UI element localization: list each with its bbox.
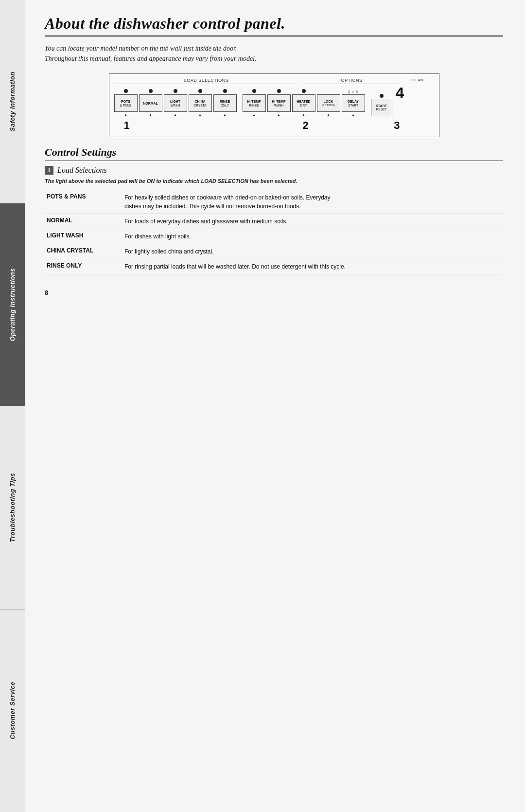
sidebar-label-operating: Operating Instructions bbox=[9, 268, 16, 341]
sidebar-section-customer[interactable]: Customer Service bbox=[0, 610, 25, 812]
options-section-label: Options bbox=[304, 78, 400, 83]
label-pots-pans: POTS & PANS bbox=[45, 190, 122, 214]
btn-box-hi-wash[interactable]: HI TEMP WASH bbox=[267, 94, 291, 112]
btn-box-start-reset[interactable]: START RESET bbox=[371, 99, 392, 116]
sidebar: Safety Information Operating Instruction… bbox=[0, 0, 25, 812]
btn-label-start-reset-sub: RESET bbox=[376, 108, 387, 111]
btn-hi-temp-wash[interactable]: HI TEMP WASH ▲ bbox=[267, 89, 291, 117]
page-number: 8 bbox=[45, 289, 503, 296]
btn-label-only: ONLY bbox=[221, 104, 229, 107]
sidebar-label-troubleshooting: Troubleshooting Tips bbox=[9, 473, 16, 542]
sidebar-section-safety[interactable]: Safety Information bbox=[0, 0, 25, 203]
btn-pots-pans[interactable]: POTS & PANS ▲ bbox=[114, 89, 138, 117]
panel-bottom-numbers: 1 2 3 bbox=[114, 119, 434, 132]
load-selections-section-label: Load Selections bbox=[114, 78, 299, 83]
desc-pots-pans: For heavily soiled dishes or cookware wi… bbox=[122, 190, 503, 214]
btn-label-crystal: CRYSTA bbox=[194, 104, 207, 107]
btn-label-hitemp-rinse: HI TEMP bbox=[247, 100, 261, 104]
label-light-wash: LIGHT WASH bbox=[45, 229, 122, 244]
btn-box-rinse[interactable]: RINSE ONLY bbox=[213, 94, 237, 112]
btn-label-hitemp-wash: HI TEMP bbox=[272, 100, 285, 104]
subsection-header: 1 Load Selections bbox=[45, 166, 503, 175]
control-settings-divider bbox=[45, 161, 503, 161]
delay-numbers: 2 4 8 bbox=[348, 90, 358, 93]
btn-box-hi-rinse[interactable]: HI TEMP RINSE bbox=[243, 94, 266, 112]
btn-label-wash: WASH bbox=[171, 104, 180, 107]
btn-rinse-only[interactable]: RINSE ONLY ▲ bbox=[213, 89, 237, 117]
subtitle-line2: Throughout this manual, features and app… bbox=[45, 55, 257, 62]
control-settings-title: Control Settings bbox=[45, 146, 503, 159]
subsection-note: The light above the selected pad will be… bbox=[45, 178, 503, 185]
sidebar-label-safety: Safety Information bbox=[9, 72, 16, 131]
table-row-rinse-only: RINSE ONLY For rinsing partial loads tha… bbox=[45, 259, 503, 274]
btn-label-pots: POTS bbox=[121, 100, 130, 104]
clean-indicator-dot bbox=[380, 94, 384, 98]
btn-dot-china bbox=[198, 89, 202, 93]
btn-lock[interactable]: LOCK (2 TIMES) ▲ bbox=[317, 90, 340, 117]
desc-normal: For loads of everyday dishes and glasswa… bbox=[122, 214, 503, 229]
btn-dot-hi-wash bbox=[277, 89, 281, 93]
table-row-light-wash: LIGHT WASH For dishes with light soils. bbox=[45, 229, 503, 244]
btn-dot-light-wash bbox=[174, 89, 177, 93]
btn-label-delay: DELAY bbox=[348, 100, 359, 104]
label-rinse-only: RINSE ONLY bbox=[45, 259, 122, 274]
btn-dot-hi-rinse bbox=[252, 89, 256, 93]
btn-arrow-rinse: ▲ bbox=[223, 113, 227, 117]
desc-china-crystal: For lightly soiled china and crystal. bbox=[122, 244, 503, 259]
label-china-crystal: CHINA CRYSTAL bbox=[45, 244, 122, 259]
btn-label-light: LIGHT bbox=[170, 100, 180, 104]
btn-dot-normal bbox=[149, 89, 153, 93]
btn-arrow-delay: ▲ bbox=[351, 113, 355, 117]
btn-label-china: CHINA bbox=[194, 100, 205, 104]
btn-box-light-wash[interactable]: LIGHT WASH bbox=[164, 94, 187, 112]
btn-box-normal[interactable]: NORMAL bbox=[139, 94, 162, 112]
load-selections-table: POTS & PANS For heavily soiled dishes or… bbox=[45, 190, 503, 274]
table-row-normal: NORMAL For loads of everyday dishes and … bbox=[45, 214, 503, 229]
btn-label-rinse: RINSE bbox=[220, 100, 230, 104]
btn-box-heated[interactable]: HEATED DRY bbox=[292, 94, 315, 112]
btn-normal[interactable]: NORMAL ▲ bbox=[139, 89, 162, 117]
btn-label-wash2: WASH bbox=[274, 104, 283, 107]
btn-arrow-hi-wash: ▲ bbox=[277, 113, 281, 117]
btn-box-china[interactable]: CHINA CRYSTA bbox=[189, 94, 212, 112]
btn-start-reset[interactable]: START RESET bbox=[371, 94, 392, 117]
btn-heated-dry[interactable]: HEATED DRY ▲ bbox=[292, 89, 315, 117]
desc-rinse-only: For rinsing partial loads that will be w… bbox=[122, 259, 503, 274]
table-row-pots-pans: POTS & PANS For heavily soiled dishes or… bbox=[45, 190, 503, 214]
btn-label-rinse2: RINSE bbox=[249, 104, 259, 107]
btn-arrow-china: ▲ bbox=[198, 113, 202, 117]
panel-buttons-row: POTS & PANS ▲ NORMAL ▲ LIGHT WASH bbox=[114, 86, 434, 117]
clean-label: Clean bbox=[400, 78, 434, 84]
panel-diagram: Load Selections Options Clean POTS & PAN… bbox=[109, 73, 439, 137]
btn-delay-start[interactable]: 2 4 8 DELAY START ▲ bbox=[342, 86, 365, 117]
title-divider bbox=[45, 36, 503, 36]
sidebar-section-operating[interactable]: Operating Instructions bbox=[0, 203, 25, 407]
desc-light-wash: For dishes with light soils. bbox=[122, 229, 503, 244]
sidebar-section-troubleshooting[interactable]: Troubleshooting Tips bbox=[0, 406, 25, 610]
btn-light-wash[interactable]: LIGHT WASH ▲ bbox=[164, 89, 187, 117]
btn-dot-pots-pans bbox=[124, 89, 128, 93]
btn-dot-rinse bbox=[223, 89, 227, 93]
btn-label-pans: & PANS bbox=[120, 104, 131, 107]
btn-box-pots-pans[interactable]: POTS & PANS bbox=[114, 94, 138, 112]
btn-label-times: (2 TIMES) bbox=[322, 104, 335, 107]
btn-box-lock[interactable]: LOCK (2 TIMES) bbox=[317, 94, 340, 112]
btn-label-start: START bbox=[348, 104, 358, 107]
page-title: About the dishwasher control panel. bbox=[45, 15, 503, 33]
btn-hi-temp-rinse[interactable]: HI TEMP RINSE ▲ bbox=[243, 89, 266, 117]
btn-arrow-normal: ▲ bbox=[149, 113, 153, 117]
btn-box-delay[interactable]: DELAY START bbox=[342, 94, 365, 112]
panel-num-1: 1 bbox=[124, 119, 130, 132]
btn-label-heated: HEATED bbox=[297, 100, 310, 104]
subtitle-line1: You can locate your model number on the … bbox=[45, 45, 237, 52]
btn-label-lock: LOCK bbox=[324, 100, 333, 104]
sidebar-label-customer: Customer Service bbox=[9, 682, 16, 740]
btn-label-normal: NORMAL bbox=[143, 102, 158, 106]
subsection-title: Load Selections bbox=[57, 166, 107, 175]
panel-num-3: 3 bbox=[394, 119, 400, 132]
label-normal: NORMAL bbox=[45, 214, 122, 229]
btn-china-crystal[interactable]: CHINA CRYSTA ▲ bbox=[189, 89, 212, 117]
btn-label-start-reset-top: START bbox=[376, 104, 387, 108]
btn-label-dry: DRY bbox=[300, 104, 307, 107]
table-row-china-crystal: CHINA CRYSTAL For lightly soiled china a… bbox=[45, 244, 503, 259]
